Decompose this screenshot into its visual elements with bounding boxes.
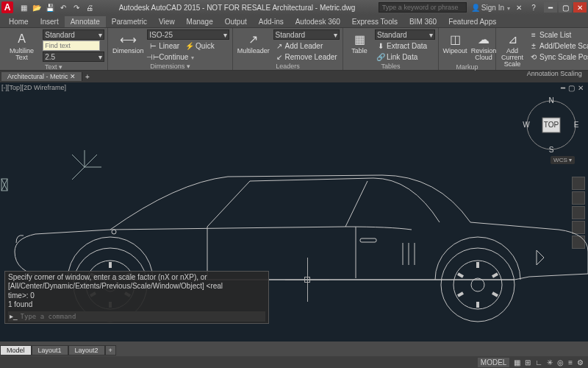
model-tab[interactable]: Model: [0, 345, 32, 355]
table-button[interactable]: ▦ Table: [346, 29, 373, 56]
ribbon-tab-parametric[interactable]: Parametric: [106, 16, 153, 27]
add-delete-scales-button[interactable]: ±Add/Delete Scales: [528, 40, 588, 51]
status-polar-icon[interactable]: ✳: [547, 358, 553, 367]
help-icon[interactable]: ?: [528, 1, 539, 13]
signin-button[interactable]: 👤Sign In: [471, 4, 510, 12]
drawing-file-tab[interactable]: Architectural - Metric ✕: [1, 72, 82, 81]
exchange-icon[interactable]: ✕: [513, 1, 525, 13]
dim-quick-button[interactable]: ⚡Quick: [184, 40, 216, 51]
list-icon: ≡: [529, 30, 538, 39]
text-icon: A: [14, 31, 30, 47]
quick-icon: ⚡: [185, 41, 194, 50]
ribbon-tab-express-tools[interactable]: Express Tools: [346, 16, 404, 27]
panel-title-text: Text ▾: [3, 63, 104, 71]
leader-icon: ↗: [245, 31, 262, 47]
ribbon-tab-add-ins[interactable]: Add-ins: [253, 16, 290, 27]
extract-data-button[interactable]: ⬇Extract Data: [375, 40, 435, 51]
remove-leader-icon: ↙: [275, 52, 284, 61]
layout1-tab[interactable]: Layout1: [32, 345, 68, 355]
ribbon-tabs: HomeInsertAnnotateParametricViewManageOu…: [0, 15, 588, 28]
sync-scale-button[interactable]: ⟲Sync Scale Positions: [528, 52, 588, 62]
panel-title-markup: Markup: [442, 63, 492, 71]
dimension-button[interactable]: ⟷ Dimension: [111, 29, 145, 56]
layout2-tab[interactable]: Layout2: [68, 345, 105, 355]
dim-continue-button[interactable]: ⊣⊢Continue: [147, 52, 229, 62]
ribbon-tab-featured-apps[interactable]: Featured Apps: [442, 16, 502, 27]
ribbon-tab-home[interactable]: Home: [3, 16, 35, 27]
plusminus-icon: ±: [529, 41, 538, 50]
extract-icon: ⬇: [376, 41, 385, 50]
app-icon[interactable]: A: [1, 1, 13, 13]
status-osnap-icon[interactable]: ◎: [557, 358, 564, 367]
continue-icon: ⊣⊢: [148, 52, 157, 61]
dimension-icon: ⟷: [120, 31, 136, 47]
leader-style-dropdown[interactable]: Standard▾: [273, 29, 340, 40]
link-data-button[interactable]: 🔗Link Data: [375, 52, 435, 62]
add-layout-button[interactable]: +: [105, 345, 116, 355]
ribbon-tab-view[interactable]: View: [153, 16, 181, 27]
status-ortho-icon[interactable]: ∟: [535, 358, 542, 367]
save-icon[interactable]: 💾: [44, 1, 56, 13]
revision-cloud-button[interactable]: ☁ Revision Cloud: [470, 29, 497, 63]
ribbon: A Multiline Text Standard▾ 2.5▾ Text ▾ ⟷…: [0, 28, 588, 71]
cmd-history-line: [All/Center/Dynamic/Extents/Previous/Sca…: [8, 282, 265, 291]
minimize-button[interactable]: ━: [544, 2, 557, 13]
ribbon-tab-manage[interactable]: Manage: [181, 16, 219, 27]
status-lineweight-icon[interactable]: ≡: [568, 358, 573, 367]
wipeout-button[interactable]: ◫ Wipeout: [442, 29, 468, 56]
svg-line-37: [492, 293, 498, 296]
table-style-dropdown[interactable]: Standard▾: [375, 29, 435, 40]
svg-line-39: [458, 293, 463, 296]
command-input[interactable]: [21, 313, 264, 320]
panel-title-dimensions: Dimensions ▾: [111, 62, 229, 70]
multiline-text-button[interactable]: A Multiline Text: [3, 29, 40, 63]
cmd-history-line: 1 found: [8, 300, 265, 310]
status-mode[interactable]: MODEL: [478, 358, 510, 367]
undo-icon[interactable]: ↶: [57, 1, 69, 13]
print-icon[interactable]: 🖨: [84, 1, 96, 13]
status-bar: MODEL ▦ ⊞ ∟ ✳ ◎ ≡ ⚙: [0, 356, 588, 368]
drawing-canvas[interactable]: [-][Top][2D Wireframe] ━ ▢ ✕ N S E W TOP…: [0, 82, 588, 342]
wipeout-icon: ◫: [447, 31, 463, 47]
close-button[interactable]: ✕: [573, 2, 587, 13]
status-grid-icon[interactable]: ▦: [514, 358, 520, 367]
svg-rect-19: [360, 238, 376, 242]
cloud-icon: ☁: [476, 31, 492, 47]
new-icon[interactable]: ▦: [18, 1, 29, 13]
scale-list-button[interactable]: ≡Scale List: [528, 29, 588, 40]
svg-point-32: [441, 248, 514, 322]
panel-title-tables: Tables: [346, 62, 435, 70]
user-icon: 👤: [471, 4, 480, 12]
redo-icon[interactable]: ↷: [71, 1, 82, 13]
command-window[interactable]: Specify corner of window, enter a scale …: [4, 271, 269, 325]
text-style-dropdown[interactable]: Standard▾: [43, 29, 104, 40]
text-height-dropdown[interactable]: 2.5▾: [43, 52, 104, 62]
dim-linear-button[interactable]: ⊢Linear: [147, 40, 181, 51]
remove-leader-button[interactable]: ↙Remove Leader: [273, 52, 340, 62]
ribbon-tab-insert[interactable]: Insert: [35, 16, 65, 27]
svg-line-40: [458, 274, 463, 277]
ribbon-tab-bim-360[interactable]: BIM 360: [404, 16, 442, 27]
layout-tabs: Model Layout1 Layout2 +: [0, 344, 116, 356]
window-title: Autodesk AutoCAD 2015 - NOT FOR RESALE A…: [100, 4, 374, 12]
status-snap-icon[interactable]: ⊞: [525, 358, 531, 367]
add-current-scale-button[interactable]: ⊿ Add Current Scale: [499, 29, 526, 69]
status-settings-icon[interactable]: ⚙: [577, 358, 584, 367]
new-tab-button[interactable]: +: [82, 73, 93, 81]
ribbon-tab-annotate[interactable]: Annotate: [65, 16, 106, 27]
dim-style-dropdown[interactable]: ISO-25▾: [147, 29, 229, 40]
help-search-input[interactable]: [379, 2, 467, 13]
panel-title-annoscale: Annotation Scaling: [499, 69, 588, 77]
multileader-button[interactable]: ↗ Multileader: [236, 29, 271, 56]
open-icon[interactable]: 📂: [31, 1, 43, 13]
ribbon-tab-output[interactable]: Output: [219, 16, 253, 27]
panel-title-leaders: Leaders: [236, 62, 340, 70]
maximize-button[interactable]: ▢: [559, 2, 572, 13]
cmd-history-line: time>: 0: [8, 291, 265, 301]
svg-line-36: [492, 274, 498, 277]
add-leader-button[interactable]: ↗Add Leader: [273, 40, 340, 51]
find-text-input[interactable]: [43, 40, 100, 51]
sync-icon: ⟲: [529, 52, 538, 61]
ribbon-tab-autodesk-360[interactable]: Autodesk 360: [290, 16, 346, 27]
linear-icon: ⊢: [148, 41, 157, 50]
